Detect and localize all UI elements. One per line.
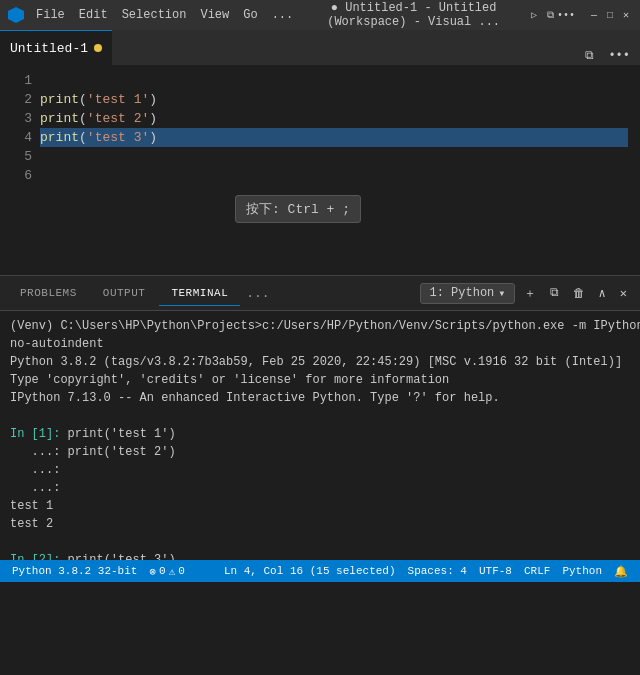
editor-area: 1 2 3 4 5 6 print('test 1') print('test …	[0, 65, 640, 275]
status-bell[interactable]: 🔔	[608, 560, 634, 582]
language-text: Python	[562, 565, 602, 577]
chevron-down-icon: ▾	[498, 286, 505, 301]
close-panel-button[interactable]: ✕	[615, 284, 632, 303]
split-editor-button[interactable]: ⧉	[581, 47, 598, 65]
tab-bar: Untitled-1 ⧉ •••	[0, 30, 640, 65]
code-editor[interactable]: print('test 1') print('test 2') print('t…	[40, 65, 628, 275]
menu-go[interactable]: Go	[237, 6, 263, 24]
error-count: 0	[159, 565, 166, 577]
spaces-text: Spaces: 4	[408, 565, 467, 577]
line-number-1: 1	[0, 71, 32, 90]
status-cursor-position[interactable]: Ln 4, Col 16 (15 selected)	[218, 560, 402, 582]
terminal-selector[interactable]: 1: Python ▾	[420, 283, 514, 304]
line-number-5: 5	[0, 147, 32, 166]
tab-problems[interactable]: PROBLEMS	[8, 281, 89, 305]
encoding-text: UTF-8	[479, 565, 512, 577]
status-python-version[interactable]: Python 3.8.2 32-bit	[6, 560, 143, 582]
panel-header: PROBLEMS OUTPUT TERMINAL ... 1: Python ▾…	[0, 276, 640, 311]
line-numbers: 1 2 3 4 5 6	[0, 65, 40, 275]
terminal-line-9: ...:	[10, 461, 630, 479]
panel-right-actions: 1: Python ▾ ＋ ⧉ 🗑 ∧ ✕	[420, 283, 632, 304]
error-icon: ⊗	[149, 565, 156, 578]
warning-count: 0	[178, 565, 185, 577]
code-line-1	[40, 71, 628, 90]
minimize-button[interactable]: —	[588, 9, 600, 21]
window-title: ● Untitled-1 - Untitled (Workspace) - Vi…	[305, 1, 522, 29]
terminal-line-4: Type 'copyright', 'credits' or 'license'…	[10, 371, 630, 389]
split-terminal-button[interactable]: ⧉	[545, 284, 564, 302]
menu-view[interactable]: View	[194, 6, 235, 24]
new-terminal-button[interactable]: ＋	[519, 283, 541, 304]
code-line-6	[40, 166, 628, 185]
code-line-2: print('test 1')	[40, 90, 628, 109]
tab-terminal[interactable]: TERMINAL	[159, 281, 240, 306]
layout-button[interactable]: ⧉	[544, 9, 556, 21]
title-bar: File Edit Selection View Go ... ● Untitl…	[0, 0, 640, 30]
maximize-panel-button[interactable]: ∧	[594, 284, 611, 303]
bell-icon: 🔔	[614, 565, 628, 578]
status-line-ending[interactable]: CRLF	[518, 560, 556, 582]
line-number-4: 4	[0, 128, 32, 147]
terminal-line-1: (Venv) C:\Users\HP\Python\Projects>c:/Us…	[10, 317, 630, 335]
editor-tab-untitled1[interactable]: Untitled-1	[0, 30, 112, 65]
terminal-line-11: test 1	[10, 497, 630, 515]
line-number-2: 2	[0, 90, 32, 109]
terminal-line-5: IPython 7.13.0 -- An enhanced Interactiv…	[10, 389, 630, 407]
trash-button[interactable]: 🗑	[568, 284, 590, 303]
terminal-line-2: no-autoindent	[10, 335, 630, 353]
menu-bar: File Edit Selection View Go ...	[30, 6, 299, 24]
terminal-line-7: In [1]: print('test 1')	[10, 425, 630, 443]
maximize-button[interactable]: □	[604, 9, 616, 21]
menu-selection[interactable]: Selection	[116, 6, 193, 24]
terminal-line-6	[10, 407, 630, 425]
terminal-line-3: Python 3.8.2 (tags/v3.8.2:7b3ab59, Feb 2…	[10, 353, 630, 371]
line-number-3: 3	[0, 109, 32, 128]
warning-icon: ⚠	[169, 565, 176, 578]
line-ending-text: CRLF	[524, 565, 550, 577]
python-version-text: Python 3.8.2 32-bit	[12, 565, 137, 577]
status-encoding[interactable]: UTF-8	[473, 560, 518, 582]
status-spaces[interactable]: Spaces: 4	[402, 560, 473, 582]
tab-more-button[interactable]: •••	[604, 47, 634, 65]
terminal-body[interactable]: (Venv) C:\Users\HP\Python\Projects>c:/Us…	[0, 311, 640, 560]
menu-more[interactable]: ...	[266, 6, 300, 24]
status-language[interactable]: Python	[556, 560, 608, 582]
panel: PROBLEMS OUTPUT TERMINAL ... 1: Python ▾…	[0, 275, 640, 560]
line-number-6: 6	[0, 166, 32, 185]
terminal-line-13	[10, 533, 630, 551]
terminal-line-12: test 2	[10, 515, 630, 533]
cursor-position-text: Ln 4, Col 16 (15 selected)	[224, 565, 396, 577]
menu-file[interactable]: File	[30, 6, 71, 24]
code-line-5	[40, 147, 628, 166]
run-button[interactable]: ▷	[528, 9, 540, 21]
window-controls: ▷ ⧉ ••• — □ ✕	[528, 9, 632, 21]
status-bar: Python 3.8.2 32-bit ⊗ 0 ⚠ 0 Ln 4, Col 16…	[0, 560, 640, 582]
terminal-line-8: ...: print('test 2')	[10, 443, 630, 461]
code-line-4: print('test 3')	[40, 128, 628, 147]
status-errors[interactable]: ⊗ 0 ⚠ 0	[143, 560, 190, 582]
code-line-3: print('test 2')	[40, 109, 628, 128]
more-button[interactable]: •••	[560, 9, 572, 21]
vscode-icon	[8, 7, 24, 23]
terminal-line-10: ...:	[10, 479, 630, 497]
tab-modified-dot	[94, 44, 102, 52]
keybinding-tooltip: 按下: Ctrl + ;	[235, 195, 361, 223]
close-button[interactable]: ✕	[620, 9, 632, 21]
editor-scrollbar[interactable]	[628, 65, 640, 275]
tab-bar-actions: ⧉ •••	[575, 47, 640, 65]
tab-title: Untitled-1	[10, 41, 88, 56]
tab-output[interactable]: OUTPUT	[91, 281, 158, 305]
panel-tab-more[interactable]: ...	[242, 286, 273, 301]
menu-edit[interactable]: Edit	[73, 6, 114, 24]
terminal-line-14: In [2]: print('test 3')	[10, 551, 630, 560]
